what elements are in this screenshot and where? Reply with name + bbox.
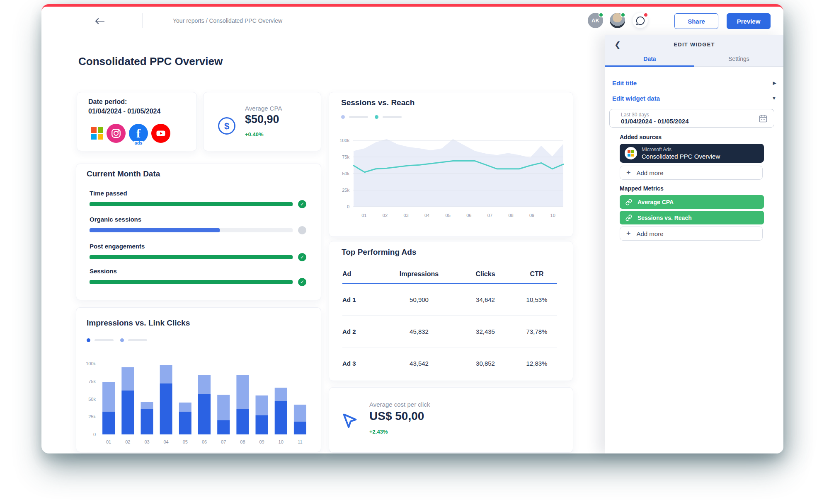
page-title: Consolidated PPC Overview <box>78 55 223 68</box>
avatar-initials-text: AK <box>591 17 599 24</box>
progress-track <box>90 255 293 259</box>
progress-track <box>90 202 293 206</box>
average-cpa-value: $50,90 <box>245 113 279 126</box>
mapped-metric-chip-sessions-reach[interactable]: Sessions vs. Reach <box>620 211 764 224</box>
progress-fill <box>90 280 293 284</box>
online-status-dot <box>599 12 604 17</box>
calendar-icon <box>759 114 767 124</box>
progress-fill <box>90 228 220 232</box>
edit-title-row[interactable]: Edit title ▶ <box>612 77 776 89</box>
tab-data[interactable]: Data <box>605 54 694 66</box>
avatar-photo[interactable] <box>610 13 625 28</box>
add-metric-button[interactable]: + Add more <box>620 227 763 241</box>
plus-icon: + <box>626 169 631 176</box>
pending-dot-icon <box>298 226 306 234</box>
legend-pill <box>383 116 402 118</box>
svg-text:75k: 75k <box>342 154 349 159</box>
svg-text:07: 07 <box>221 439 226 444</box>
preview-button[interactable]: Preview <box>727 13 771 29</box>
table-row: Ad 1 50,900 34,642 10,53% <box>342 284 557 316</box>
back-arrow-icon <box>95 18 104 24</box>
sessions-reach-legend <box>341 115 404 119</box>
svg-text:100k: 100k <box>339 138 349 143</box>
table-header-row: Ad Impressions Clicks CTR <box>342 270 557 284</box>
youtube-icon <box>151 124 170 143</box>
microsoft-ads-icon <box>91 127 103 140</box>
svg-text:03: 03 <box>144 439 149 444</box>
average-cpc-card: Average cost per click US$ 50,00 +2.43% <box>329 387 573 453</box>
date-range-picker[interactable]: Last 30 days 01/04/2024 - 01/05/2024 <box>609 109 774 128</box>
chevron-right-icon: ▶ <box>773 80 776 86</box>
svg-text:01: 01 <box>106 439 111 444</box>
chip-label: Sessions vs. Reach <box>638 215 692 221</box>
panel-tabs: Data Settings <box>605 54 783 67</box>
impressions-clicks-chart: 025k50k75k100k0102030405060708091011 <box>82 357 315 451</box>
sessions-reach-title: Sessions vs. Reach <box>341 98 414 107</box>
table-cell: 30,852 <box>454 360 516 367</box>
check-icon: ✓ <box>298 253 306 261</box>
table-cell: 10,53% <box>516 296 557 303</box>
progress-row: Post engagements ✓ <box>90 243 308 264</box>
svg-text:02: 02 <box>383 213 388 218</box>
plus-icon: + <box>626 230 631 237</box>
svg-text:04: 04 <box>424 213 429 218</box>
average-cpa-label: Average CPA <box>245 105 282 112</box>
legend-pill <box>128 339 147 341</box>
table-cell: 43,542 <box>384 360 454 367</box>
mapped-metric-chip-average-cpa[interactable]: Average CPA <box>620 195 764 209</box>
edit-title-link: Edit title <box>612 80 637 87</box>
svg-text:50k: 50k <box>88 397 96 402</box>
added-sources-label: Added sources <box>620 134 662 140</box>
svg-text:75k: 75k <box>88 379 96 384</box>
svg-text:11: 11 <box>298 439 302 444</box>
svg-text:09: 09 <box>259 439 264 444</box>
share-button[interactable]: Share <box>674 13 718 29</box>
add-source-button[interactable]: + Add more <box>620 166 763 180</box>
progress-label: Sessions <box>90 268 117 275</box>
date-period-range: 01/04/2024 - 01/05/2024 <box>88 108 160 115</box>
online-status-dot <box>621 12 625 17</box>
table-cell: Ad 2 <box>342 328 384 335</box>
progress-label: Time passed <box>90 190 127 197</box>
instagram-icon <box>107 124 126 143</box>
dollar-icon: $ <box>217 116 236 137</box>
current-month-title: Current Month Data <box>87 169 160 178</box>
table-cell: 73,78% <box>516 328 557 335</box>
table-cell: 50,900 <box>384 296 454 303</box>
progress-row: Organic sessions <box>90 216 308 237</box>
svg-text:06: 06 <box>202 439 207 444</box>
impressions-clicks-legend <box>87 338 150 342</box>
progress-label: Post engagements <box>90 243 145 250</box>
table-header: Ad <box>342 270 384 278</box>
edit-widget-data-row[interactable]: Edit widget data ▼ <box>612 92 776 104</box>
active-tab-underline <box>605 65 694 67</box>
source-name: Consolidated PPC Overview <box>642 153 720 160</box>
check-icon: ✓ <box>298 278 306 286</box>
panel-back-chevron-icon[interactable]: ❮ <box>614 41 621 48</box>
edit-widget-panel: ❮ EDIT WIDGET Data Settings Edit title ▶… <box>605 35 783 453</box>
cursor-icon <box>340 411 359 433</box>
top-ads-table: Ad Impressions Clicks CTR Ad 1 50,900 34… <box>342 270 557 379</box>
avatar-initials[interactable]: AK <box>588 13 603 28</box>
sessions-reach-card: Sessions vs. Reach 025k50k75k100k0102030… <box>329 92 573 237</box>
table-row: Ad 2 45,832 32,435 73,78% <box>342 316 557 347</box>
table-row: Ad 3 43,542 30,852 12,83% <box>342 347 557 379</box>
added-source-item[interactable]: Microsoft Ads Consolidated PPC Overview <box>620 144 764 163</box>
progress-row: Sessions ✓ <box>90 268 308 289</box>
progress-fill <box>90 255 293 259</box>
table-cell: 45,832 <box>384 328 454 335</box>
back-button[interactable] <box>90 16 109 27</box>
average-cpc-change: +2.43% <box>369 429 388 435</box>
legend-pill <box>349 116 368 118</box>
svg-text:25k: 25k <box>342 188 349 193</box>
tab-settings[interactable]: Settings <box>694 54 783 66</box>
current-month-card: Current Month Data Time passed ✓ Organic… <box>76 164 321 300</box>
top-ads-card: Top Performing Ads Ad Impressions Clicks… <box>329 241 573 381</box>
svg-text:07: 07 <box>487 213 492 218</box>
svg-text:10: 10 <box>279 439 284 444</box>
mapped-metrics-label: Mapped Metrics <box>620 185 664 192</box>
add-more-label: Add more <box>637 169 664 176</box>
chat-button[interactable] <box>633 13 648 28</box>
impressions-legend-dot <box>120 338 124 342</box>
average-cpc-value: US$ 50,00 <box>369 410 424 423</box>
